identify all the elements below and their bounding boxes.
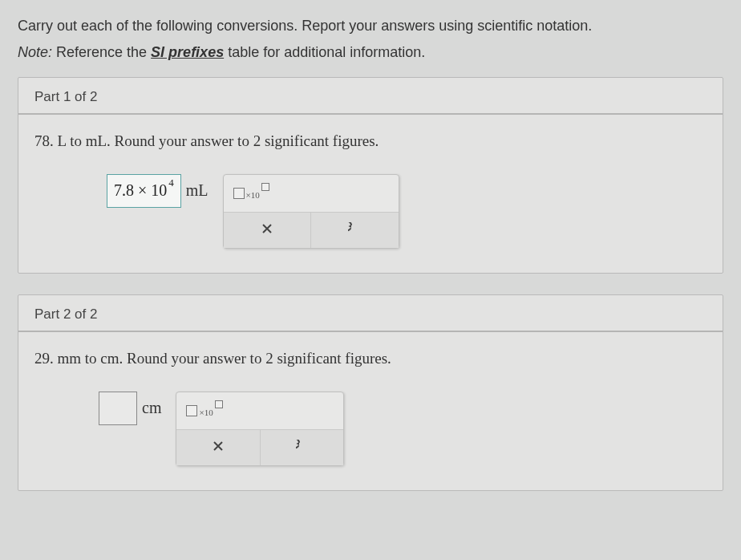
part-1-question-number: 78. [34,132,54,149]
part-1-tool-panel: ×10 [223,174,399,249]
part-2-tool-bottom [176,429,343,465]
x-icon [261,222,273,237]
note-mid: Reference the [52,44,151,60]
part-2-question: 29. mm to cm. Round your answer to 2 sig… [34,350,707,367]
part-1-question: 78. L to mL. Round your answer to 2 sign… [34,132,707,150]
part-2-unit: cm [142,399,161,417]
part-1-answer-coef: 7.8 × 10 [114,181,167,200]
part-1-answer-exp: 4 [168,177,174,189]
part-1-question-text: L to mL. Round your answer to 2 signific… [54,132,379,149]
part-1-body: 78. L to mL. Round your answer to 2 sign… [18,115,723,273]
part-1-card: Part 1 of 2 78. L to mL. Round your answ… [18,77,723,274]
part-1-header: Part 1 of 2 [18,78,723,115]
instructions-text: Carry out each of the following conversi… [18,14,723,38]
part-1-tool-bottom [224,212,399,248]
part-2-question-text: mm to cm. Round your answer to 2 signifi… [54,350,391,367]
part-2-question-number: 29. [34,350,54,367]
part-2-answer-input[interactable] [99,392,137,425]
placeholder-exponent-icon [215,400,223,408]
reset-button[interactable] [311,213,399,248]
undo-icon [348,222,361,237]
part-2-header: Part 2 of 2 [18,295,723,332]
reset-button[interactable] [261,430,344,465]
note-prefix: Note: [18,44,52,60]
note-text: Note: Reference the SI prefixes table fo… [18,44,723,61]
placeholder-box-icon [233,188,245,199]
part-1-answer-input[interactable]: 7.8 × 104 [107,174,181,208]
times-ten-label: ×10 [199,408,213,417]
undo-icon [296,440,309,455]
x-icon [212,440,225,455]
part-2-body: 29. mm to cm. Round your answer to 2 sig… [18,332,723,490]
part-1-answer-row: 7.8 × 104 mL ×10 [34,174,707,249]
part-2-card: Part 2 of 2 29. mm to cm. Round your ans… [18,294,723,491]
part-2-tool-top: ×10 [176,392,343,429]
part-1-unit: mL [186,181,209,200]
times-ten-label: ×10 [246,190,260,200]
part-2-answer-row: cm ×10 [34,392,707,466]
placeholder-box-icon [186,405,197,416]
placeholder-exponent-icon [261,183,269,191]
clear-button[interactable] [176,430,261,465]
part-2-tool-panel: ×10 [176,392,344,466]
scientific-notation-button[interactable]: ×10 [233,188,269,199]
scientific-notation-button[interactable]: ×10 [186,405,222,416]
clear-button[interactable] [224,213,312,248]
si-prefixes-link[interactable]: SI prefixes [151,44,224,60]
part-1-tool-top: ×10 [224,175,399,212]
note-suffix: table for additional information. [224,44,425,60]
